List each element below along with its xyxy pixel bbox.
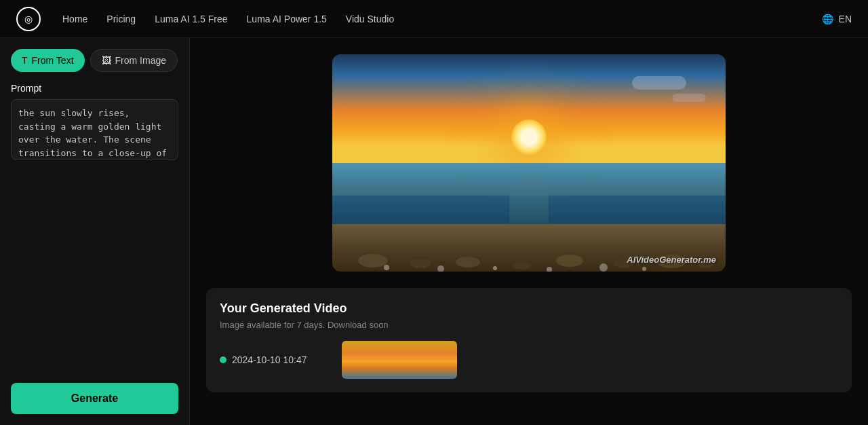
language-label[interactable]: EN xyxy=(839,14,852,24)
cloud1 xyxy=(632,76,686,90)
svg-point-3 xyxy=(513,261,532,270)
main-image-area: AIVideoGenerator.me xyxy=(190,38,868,272)
generated-title: Your Generated Video xyxy=(220,301,838,316)
nav-home[interactable]: Home xyxy=(62,14,87,24)
nav-luma-power[interactable]: Luma AI Power 1.5 xyxy=(247,14,327,24)
svg-point-2 xyxy=(456,257,480,267)
right-panel: AIVideoGenerator.me Your Generated Video… xyxy=(190,38,868,425)
nav-luma-free[interactable]: Luma AI 1.5 Free xyxy=(155,14,227,24)
cloud2 xyxy=(672,94,706,102)
svg-point-10 xyxy=(493,266,497,270)
nav-right: 🌐 EN xyxy=(822,14,852,24)
sunset-sun xyxy=(511,119,547,155)
sunset-water xyxy=(332,163,726,228)
nav-pricing[interactable]: Pricing xyxy=(106,14,136,24)
video-thumbnail[interactable] xyxy=(342,341,457,379)
main-layout: T From Text 🖼 From Image Prompt Generate xyxy=(0,38,868,425)
svg-point-12 xyxy=(599,263,608,272)
svg-point-9 xyxy=(437,265,444,272)
tab-from-text[interactable]: T From Text xyxy=(11,49,85,72)
svg-point-8 xyxy=(384,265,389,270)
main-image-container: AIVideoGenerator.me xyxy=(332,54,726,272)
tab-row: T From Text 🖼 From Image xyxy=(11,49,178,72)
generated-section: Your Generated Video Image available for… xyxy=(206,288,852,392)
navbar: ◎ Home Pricing Luma AI 1.5 Free Luma AI … xyxy=(0,0,868,38)
tab-from-image-label: From Image xyxy=(115,55,166,66)
svg-point-13 xyxy=(642,267,646,271)
video-entry: 2024-10-10 10:47 xyxy=(220,341,838,379)
generate-button[interactable]: Generate xyxy=(11,383,178,414)
status-dot xyxy=(220,356,226,363)
prompt-textarea[interactable] xyxy=(11,99,178,160)
logo-icon: ◎ xyxy=(24,14,33,24)
tab-from-text-label: From Text xyxy=(32,55,74,66)
svg-point-0 xyxy=(358,254,388,267)
text-icon: T xyxy=(22,55,28,66)
globe-icon: 🌐 xyxy=(822,14,833,24)
left-panel: T From Text 🖼 From Image Prompt Generate xyxy=(0,38,190,425)
nav-vidu[interactable]: Vidu Studio xyxy=(346,14,394,24)
thumb-sunset-gradient xyxy=(342,341,457,379)
svg-point-4 xyxy=(556,255,583,267)
nav-links: Home Pricing Luma AI 1.5 Free Luma AI Po… xyxy=(62,14,800,24)
generated-subtitle: Image available for 7 days. Download soo… xyxy=(220,320,838,330)
video-timestamp: 2024-10-10 10:47 xyxy=(220,354,328,365)
svg-point-11 xyxy=(547,267,552,272)
prompt-label: Prompt xyxy=(11,83,178,94)
sunset-scene xyxy=(332,54,726,272)
tab-from-image[interactable]: 🖼 From Image xyxy=(90,49,178,72)
svg-point-1 xyxy=(410,259,431,268)
logo[interactable]: ◎ xyxy=(16,7,41,31)
watermark: AIVideoGenerator.me xyxy=(627,255,716,265)
timestamp-label: 2024-10-10 10:47 xyxy=(232,354,307,365)
image-icon: 🖼 xyxy=(102,55,111,66)
sunset-rocks xyxy=(332,228,726,272)
